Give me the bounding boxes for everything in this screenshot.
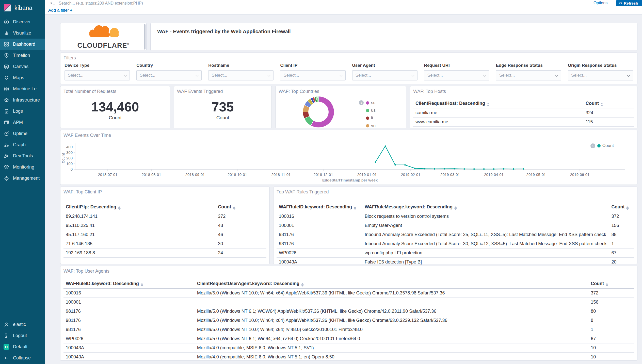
legend-item-sc[interactable]: sc bbox=[366, 100, 376, 106]
sidebar-item-discover[interactable]: Discover bbox=[0, 16, 45, 27]
column-header[interactable]: ClientRequestHost: Descending bbox=[413, 99, 583, 108]
table-row: 89.248.174.141372 bbox=[63, 212, 266, 221]
sidebar-item-dashboard[interactable]: Dashboard bbox=[0, 39, 45, 50]
filter-select-user-agent[interactable]: Select... bbox=[352, 70, 418, 80]
sidebar-item-canvas[interactable]: Canvas bbox=[0, 61, 45, 72]
sidebar-item-machine-learning[interactable]: Machine Le... bbox=[0, 83, 45, 94]
column-header[interactable]: Count bbox=[588, 279, 634, 289]
table-cell: Inbound Anomaly Score Exceeded (Total Sc… bbox=[362, 230, 609, 239]
legend-item-us[interactable]: us bbox=[366, 108, 376, 113]
table-cell: 95.110.225.41 bbox=[63, 221, 216, 230]
sidebar-item-management[interactable]: Management bbox=[0, 173, 45, 184]
select-placeholder: Select... bbox=[499, 73, 515, 78]
sidebar-item-dev-tools[interactable]: Dev Tools bbox=[0, 150, 45, 161]
legend-label: us bbox=[371, 108, 376, 113]
sidebar-item-maps[interactable]: Maps bbox=[0, 72, 45, 83]
column-header[interactable]: WAFRuleMessage.keyword: Descending bbox=[362, 203, 609, 212]
countries-donut-chart[interactable] bbox=[303, 96, 334, 127]
column-header[interactable]: WAFRuleID.keyword: Descending bbox=[63, 279, 195, 289]
sidebar-item-logs[interactable]: Logs bbox=[0, 106, 45, 117]
table-cell: 156 bbox=[609, 221, 634, 230]
sidebar-item-elastic[interactable]: elastic bbox=[0, 319, 45, 330]
filter-label: User Agent bbox=[352, 63, 418, 68]
sidebar-item-label: Graph bbox=[13, 142, 26, 147]
table-cell: Mozilla/5.0 (Windows NT 10.0; Win64; x64… bbox=[195, 316, 588, 325]
sort-icon[interactable] bbox=[118, 206, 121, 210]
options-link[interactable]: Options bbox=[593, 1, 607, 5]
sidebar-item-label: Timelion bbox=[13, 53, 30, 58]
sort-icon[interactable] bbox=[454, 206, 457, 210]
legend-item-it[interactable]: it bbox=[366, 115, 376, 121]
data-table: WAFRuleID.keyword: DescendingWAFRuleMess… bbox=[277, 203, 634, 267]
column-header[interactable]: Count bbox=[583, 99, 634, 108]
search-input[interactable] bbox=[58, 0, 542, 7]
sidebar-item-label: Canvas bbox=[13, 64, 28, 69]
sidebar-item-visualize[interactable]: Visualize bbox=[0, 27, 45, 39]
sidebar-item-default-space[interactable]: DDefault bbox=[0, 341, 45, 352]
filter-select-edge-response-status[interactable]: Select... bbox=[496, 70, 561, 80]
table-cell: 981176 bbox=[63, 307, 195, 316]
sort-icon[interactable] bbox=[487, 103, 489, 106]
metric-value: 134,460 bbox=[91, 100, 139, 113]
filter-select-country[interactable]: Select... bbox=[136, 70, 202, 80]
user-icon bbox=[4, 322, 9, 327]
table-cell: wp-config.php LFI protection bbox=[362, 249, 609, 258]
column-header[interactable]: WAFRuleID.keyword: Descending bbox=[277, 203, 362, 212]
sort-icon[interactable] bbox=[141, 283, 143, 287]
table-cell: 100016 bbox=[277, 212, 362, 221]
table-cell: 981176 bbox=[277, 239, 362, 249]
filter-select-client-ip[interactable]: Select... bbox=[280, 70, 345, 80]
sort-icon[interactable] bbox=[354, 206, 356, 210]
table-row: 100016Mozilla/5.0 (Windows NT 10.0; Win6… bbox=[63, 289, 634, 298]
filter-select-device-type[interactable]: Select... bbox=[65, 70, 130, 80]
space-d-badge: D bbox=[4, 344, 9, 350]
legend-item-vn[interactable]: vn bbox=[366, 123, 376, 128]
sidebar-item-uptime[interactable]: Uptime bbox=[0, 128, 45, 139]
sidebar-item-monitoring[interactable]: Monitoring bbox=[0, 161, 45, 173]
bar-chart-icon bbox=[4, 30, 9, 36]
table-cell: Mozilla/4.0 (compatible; MSIE 6.0; Windo… bbox=[195, 353, 588, 361]
chevron-down-icon bbox=[483, 73, 487, 77]
svg-text:EdgeStartTimestamp per week: EdgeStartTimestamp per week bbox=[322, 178, 378, 182]
table-cell: Mozilla/5.0 (Windows NT 10.0; Win64; x64… bbox=[195, 325, 588, 334]
sidebar-item-collapse[interactable]: Collapse bbox=[0, 352, 45, 363]
legend-label: Count bbox=[602, 143, 614, 148]
sidebar-item-label: Uptime bbox=[13, 131, 27, 136]
sidebar-item-timelion[interactable]: Timelion bbox=[0, 50, 45, 61]
add-filter-link[interactable]: Add a filter+ bbox=[48, 8, 72, 13]
sidebar-item-infrastructure[interactable]: Infrastructure bbox=[0, 94, 45, 106]
plus-icon: + bbox=[70, 8, 72, 13]
arrow-left-icon bbox=[4, 355, 9, 361]
column-header[interactable]: Count bbox=[609, 203, 634, 212]
table-cell: 100043A bbox=[63, 353, 195, 361]
kibana-logo[interactable]: kibana bbox=[0, 0, 45, 16]
sidebar-item-logout[interactable]: Logout bbox=[0, 330, 45, 341]
column-header[interactable]: ClientRequestUserAgent.keyword: Descendi… bbox=[195, 279, 588, 289]
sort-icon[interactable] bbox=[233, 206, 235, 210]
legend-item-count[interactable]: Count bbox=[597, 143, 614, 148]
refresh-button[interactable]: ↻ Refresh bbox=[616, 0, 642, 6]
sort-icon[interactable] bbox=[301, 283, 304, 287]
infrastructure-cube-icon bbox=[4, 97, 9, 103]
sort-icon[interactable] bbox=[626, 206, 629, 210]
column-header[interactable]: Count bbox=[216, 203, 266, 212]
filter-select-request-uri[interactable]: Select... bbox=[424, 70, 489, 80]
kibana-app: kibana DiscoverVisualizeDashboardTimelio… bbox=[0, 0, 642, 364]
table-cell: 88 bbox=[609, 230, 634, 239]
sidebar-item-graph[interactable]: Graph bbox=[0, 139, 45, 150]
compass-icon bbox=[4, 19, 9, 25]
sort-icon[interactable] bbox=[606, 283, 608, 287]
logout-icon bbox=[4, 333, 9, 338]
data-table: ClientIP.ip: DescendingCount89.248.174.1… bbox=[63, 203, 266, 258]
filter-select-origin-response-status[interactable]: Select... bbox=[568, 70, 633, 80]
kibana-k-icon bbox=[4, 4, 11, 12]
sort-icon[interactable] bbox=[601, 103, 603, 106]
sidebar-item-apm[interactable]: APM bbox=[0, 117, 45, 128]
panel-scrollbar[interactable] bbox=[144, 24, 146, 49]
legend-expand-icon[interactable] bbox=[590, 143, 595, 148]
filter-select-hostname[interactable]: Select... bbox=[208, 70, 274, 80]
column-header[interactable]: ClientIP.ip: Descending bbox=[63, 203, 216, 212]
legend-expand-icon[interactable] bbox=[359, 100, 364, 105]
svg-text:2019-02-01: 2019-02-01 bbox=[401, 172, 421, 177]
top-hosts-panel: WAF: Top Hosts ClientRequestHost: Descen… bbox=[410, 86, 637, 128]
